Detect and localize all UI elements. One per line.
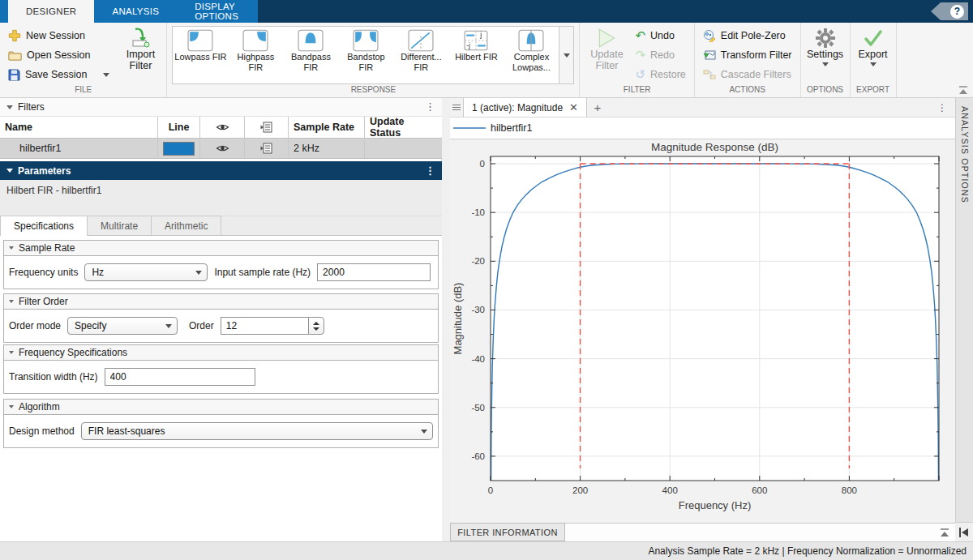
filter-name-cell[interactable]: hilbertfir1 [0, 139, 158, 159]
input-sample-rate-label: Input sample rate (Hz) [214, 267, 311, 278]
sample-rate-collapse-icon[interactable] [9, 246, 14, 250]
new-session-plus-icon [8, 29, 21, 42]
line-color-swatch[interactable] [163, 142, 195, 156]
svg-text:0: 0 [488, 485, 493, 495]
restore-label: Restore [650, 69, 686, 80]
transition-width-field[interactable] [105, 368, 255, 386]
bandstop-fir-button[interactable]: Bandstop FIR [338, 27, 393, 83]
col-visibility[interactable] [200, 117, 245, 139]
report-icon [260, 143, 272, 154]
edit-pole-zero-button[interactable]: Edit Pole-Zero [700, 26, 795, 45]
plot-area[interactable]: 02004006008000-10-20-30-40-50-60Magnitud… [450, 139, 955, 523]
filter-line-cell[interactable] [158, 139, 200, 159]
svg-text:-50: -50 [471, 403, 485, 413]
transform-filter-button[interactable]: Transform Filter [700, 45, 795, 65]
close-icon[interactable]: ✕ [569, 101, 578, 113]
tab-arithmetic[interactable]: Arithmetic [151, 216, 221, 235]
new-figure-button[interactable]: + [587, 98, 608, 117]
filter-order-collapse-icon[interactable] [9, 300, 14, 303]
frequency-units-dropdown[interactable]: Hz [84, 263, 208, 281]
help-icon: ? [950, 5, 964, 19]
hilbert-fir-button[interactable]: j-j Hilbert FIR [448, 27, 504, 83]
gallery-expand-button[interactable] [559, 26, 574, 84]
tab-designer[interactable]: DESIGNER [8, 0, 94, 23]
tab-multirate[interactable]: Multirate [87, 216, 152, 235]
frequency-specifications-group-header[interactable]: Frequency Specifications [4, 345, 438, 361]
figure-menu-icon[interactable]: ⋮ [937, 98, 955, 117]
settings-button[interactable]: Settings [806, 26, 845, 66]
svg-text:800: 800 [842, 485, 857, 495]
col-sample-rate[interactable]: Sample Rate [289, 117, 365, 139]
filters-collapse-icon[interactable] [6, 105, 13, 109]
open-session-button[interactable]: Open Session [5, 45, 113, 65]
help-button[interactable]: ? [931, 2, 968, 20]
new-session-button[interactable]: New Session [5, 26, 113, 45]
filter-information-tab[interactable]: FILTER INFORMATION [450, 523, 565, 541]
restore-button[interactable]: ↺ Restore [632, 65, 688, 84]
figure-tab-magnitude[interactable]: 1 (active): Magnitude ✕ [463, 98, 587, 117]
algorithm-collapse-icon[interactable] [9, 405, 14, 408]
order-label: Order [189, 320, 214, 331]
design-method-dropdown[interactable]: FIR least-squares [81, 422, 433, 440]
magnitude-response-chart[interactable]: 02004006008000-10-20-30-40-50-60Magnitud… [450, 139, 955, 523]
save-session-button[interactable]: Save Session [5, 65, 113, 84]
svg-text:200: 200 [572, 485, 588, 495]
sample-rate-group-header[interactable]: Sample Rate [4, 241, 438, 256]
undo-button[interactable]: ↶ Undo [632, 26, 688, 45]
svg-text:Frequency (Hz): Frequency (Hz) [679, 499, 752, 511]
col-line[interactable]: Line [158, 117, 200, 139]
algorithm-group-header[interactable]: Algorithm [4, 400, 438, 415]
filter-update-status-cell[interactable] [365, 139, 442, 159]
figure-panel: 1 (active): Magnitude ✕ + ⋮ hilbertfir1 … [450, 98, 955, 541]
restore-panel-button[interactable] [955, 523, 973, 541]
filters-panel-header[interactable]: Filters ⋮ [0, 98, 442, 117]
spinner-up-icon[interactable] [313, 322, 319, 325]
eye-icon [216, 122, 229, 132]
input-sample-rate-field[interactable] [317, 263, 431, 281]
import-filter-button[interactable]: Import Filter [119, 26, 161, 71]
col-update-status[interactable]: Update Status [365, 117, 442, 139]
filter-order-group-header[interactable]: Filter Order [4, 294, 438, 310]
filter-information-label: FILTER INFORMATION [457, 528, 558, 537]
new-session-label: New Session [26, 30, 85, 41]
tab-display-options[interactable]: DISPLAY OPTIONS [177, 0, 258, 23]
order-stepper[interactable] [221, 317, 324, 335]
cascade-filters-icon [703, 68, 716, 81]
parameters-panel-header[interactable]: Parameters ⋮ [0, 161, 442, 180]
restore-icon: ↺ [635, 69, 645, 80]
analysis-options-strip[interactable]: ANALYSIS OPTIONS [955, 98, 973, 523]
collapse-panel-icon[interactable] [939, 527, 950, 538]
filter-row-hilbertfir1[interactable]: hilbertfir1 2 kHz [0, 139, 442, 159]
differentiator-fir-button[interactable]: Different... FIR [393, 27, 448, 83]
redo-button[interactable]: ↷ Redo [632, 45, 688, 65]
tab-specifications[interactable]: Specifications [0, 216, 88, 236]
order-mode-value: Specify [75, 320, 106, 331]
cascade-filters-button[interactable]: Cascade Filters [700, 65, 795, 84]
col-filter-info[interactable] [245, 117, 289, 139]
collapse-toolstrip-button[interactable] [958, 84, 969, 98]
spinner-down-icon[interactable] [313, 327, 319, 331]
col-name[interactable]: Name [0, 117, 158, 139]
complex-lowpass-button[interactable]: Complex Lowpas... [504, 27, 559, 83]
filter-sample-rate-cell[interactable]: 2 kHz [289, 139, 365, 159]
filter-info-cell[interactable] [245, 139, 289, 159]
redo-icon: ↷ [635, 49, 645, 61]
lowpass-fir-button[interactable]: Lowpass FIR [173, 27, 228, 83]
frequency-specifications-collapse-icon[interactable] [9, 351, 14, 354]
order-field[interactable] [221, 317, 308, 335]
highpass-fir-button[interactable]: Highpass FIR [228, 27, 283, 83]
export-button[interactable]: Export [855, 26, 891, 66]
parameters-menu-icon[interactable]: ⋮ [425, 167, 435, 175]
bandpass-fir-button[interactable]: Bandpass FIR [283, 27, 338, 83]
update-filter-button[interactable]: Update Filter [585, 26, 628, 71]
open-folder-icon [8, 49, 22, 61]
save-session-dropdown-icon[interactable] [103, 73, 109, 77]
filters-menu-icon[interactable]: ⋮ [425, 103, 435, 111]
parameters-collapse-icon[interactable] [6, 169, 13, 173]
legend-label[interactable]: hilbertfir1 [491, 122, 532, 134]
tab-analysis[interactable]: ANALYSIS [94, 0, 177, 23]
order-mode-dropdown[interactable]: Specify [67, 317, 178, 335]
document-bar-icon[interactable] [450, 98, 463, 117]
filter-visibility-cell[interactable] [200, 139, 245, 159]
order-spinner-buttons[interactable] [308, 317, 324, 335]
